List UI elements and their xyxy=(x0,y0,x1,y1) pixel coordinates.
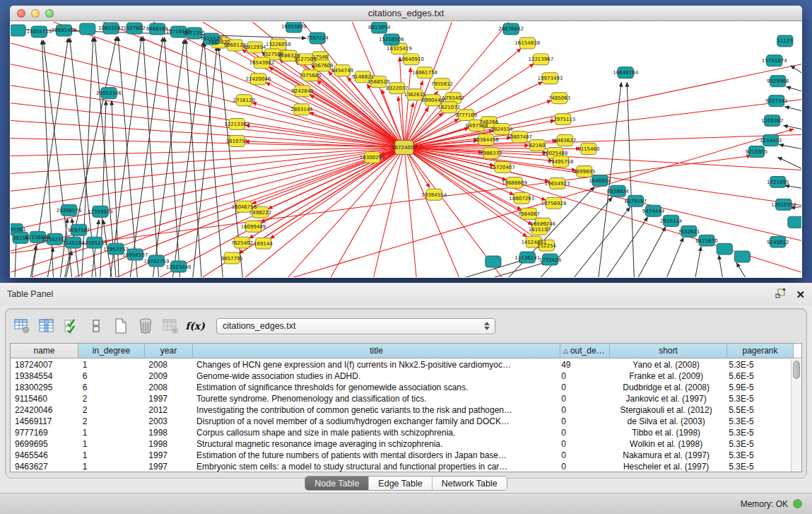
network-select[interactable]: citations_edges.txt xyxy=(216,318,495,334)
table-cell: 0 xyxy=(558,370,608,382)
graph-node-label: 13226058 xyxy=(266,41,291,47)
table-row[interactable]: 977716911998Corpus callosum shape and si… xyxy=(11,427,791,438)
select-rows-icon[interactable] xyxy=(62,317,81,335)
graph-node-label: 16154838 xyxy=(514,40,540,46)
table-cell: 0 xyxy=(558,438,608,450)
table-cell: 0 xyxy=(558,393,608,404)
graph-node-label: 1810755 xyxy=(226,138,248,144)
citation-network-graph[interactable]: 7663822986012889129541322605893275081654… xyxy=(11,22,801,277)
table-cell: 1 xyxy=(78,461,145,472)
graph-node-label: 1733426 xyxy=(539,257,562,263)
citation-edge xyxy=(400,57,404,148)
table-cell: Tourette syndrome. Phenomenology and cla… xyxy=(192,393,558,404)
rows-icon[interactable] xyxy=(87,317,105,335)
select-columns-icon[interactable] xyxy=(37,317,56,335)
column-header-pagerank[interactable]: pagerank xyxy=(727,344,794,358)
graph-node-label: 1527602 xyxy=(124,25,146,32)
function-builder-icon[interactable]: f(x) xyxy=(186,317,204,335)
graph-node-label: 6679197 xyxy=(625,198,647,204)
graph-node-label: 16099489 xyxy=(241,223,266,230)
table-row[interactable]: 1830029562008Estimation of significance … xyxy=(11,382,791,393)
graph-node-label: 9227341 xyxy=(765,98,787,104)
column-header-out_de[interactable]: △out_de… xyxy=(560,344,610,358)
table-row[interactable]: 946362711997Embryonic stem cells: a mode… xyxy=(11,461,791,472)
table-cell: 2008 xyxy=(144,359,192,370)
table-cell: 1997 xyxy=(144,450,192,461)
close-icon[interactable]: ✕ xyxy=(796,289,805,300)
table-cell: 2003 xyxy=(144,416,192,427)
table-row[interactable]: 946554611997Estimation of the future num… xyxy=(11,450,791,461)
delete-icon[interactable] xyxy=(136,317,155,335)
graph-node[interactable] xyxy=(80,23,95,35)
graph-node-label: 9097587 xyxy=(68,227,90,233)
table-row[interactable]: 969969511998Structural magnetic resonanc… xyxy=(11,438,791,450)
graph-node-label: 7986372 xyxy=(480,150,502,156)
graph-node-label: 15751874 xyxy=(762,57,787,64)
memory-status[interactable]: Memory: OK xyxy=(741,499,802,509)
graph-node-label: 16958107 xyxy=(122,252,148,258)
graph-node-label: 7632621 xyxy=(678,228,700,235)
graph-node[interactable] xyxy=(717,243,732,255)
graph-node-label: 9777169 xyxy=(455,112,477,118)
float-window-icon[interactable] xyxy=(775,288,786,302)
table-cell: 5.9E-5 xyxy=(724,382,791,393)
table-cell: 18300295 xyxy=(11,382,78,393)
new-document-icon[interactable] xyxy=(112,317,130,335)
citation-edge xyxy=(575,207,630,277)
citation-edge xyxy=(404,148,416,277)
table-row[interactable]: 1872400712008Changes of HCN gene express… xyxy=(11,359,791,370)
citation-edge xyxy=(787,87,801,91)
scrollbar-thumb[interactable] xyxy=(793,361,800,379)
table-vertical-scrollbar[interactable] xyxy=(791,359,801,472)
tab-network-table[interactable]: Network Table xyxy=(432,477,507,490)
tab-edge-table[interactable]: Edge Table xyxy=(368,477,431,490)
graph-node-label: 20206576 xyxy=(57,207,82,214)
column-header-in_degree[interactable]: in_degree xyxy=(78,344,145,358)
graph-node-label: 18807293 xyxy=(509,195,534,201)
citation-edge xyxy=(638,227,665,277)
tab-node-table[interactable]: Node Table xyxy=(305,477,368,490)
table-cell: 5.3E-5 xyxy=(724,416,791,427)
graph-node-label: 9215955 xyxy=(746,148,767,155)
graph-node-label: 11123 xyxy=(777,37,793,44)
select-arrows-icon xyxy=(484,322,490,330)
memory-label: Memory: OK xyxy=(741,499,788,509)
table-cell: 19384554 xyxy=(11,370,78,382)
graph-node-label: 1209387 xyxy=(761,117,783,124)
citation-edge xyxy=(310,95,404,148)
table-row[interactable]: 1456911722003Disruption of a novel membe… xyxy=(11,416,791,427)
table-cell: 5.3E-5 xyxy=(724,427,791,438)
graph-node-label: 10973493 xyxy=(538,75,563,81)
graph-node-label: 1640954 xyxy=(589,177,611,184)
table-row[interactable]: 1938455462009Genome-wide association stu… xyxy=(11,370,791,382)
graph-node-label: 10688609 xyxy=(502,180,527,186)
column-header-name[interactable]: name xyxy=(11,344,78,358)
table-row[interactable]: 2242004622012Investigating the contribut… xyxy=(11,404,791,416)
column-header-title[interactable]: title xyxy=(193,344,560,358)
graph-node-label: 7984067 xyxy=(518,211,540,217)
network-window-titlebar[interactable]: citations_edges.txt xyxy=(10,6,802,21)
graph-node-label: 2367608 xyxy=(311,62,333,69)
graph-node[interactable] xyxy=(788,216,801,228)
table-cell: Jankovic et al. (1997) xyxy=(608,393,724,404)
column-header-short[interactable]: short xyxy=(610,344,727,358)
network-canvas[interactable]: 7663822986012889129541322605893275081654… xyxy=(11,22,801,277)
graph-node-label: 12213967 xyxy=(528,56,553,62)
graph-node[interactable] xyxy=(734,251,750,262)
graph-node[interactable] xyxy=(11,25,25,36)
graph-node-label: 252254 xyxy=(537,243,556,249)
table-cell: 2 xyxy=(78,393,145,404)
graph-node[interactable] xyxy=(486,256,501,267)
graph-node-label: 16053809 xyxy=(281,24,307,30)
column-header-year[interactable]: year xyxy=(145,344,193,358)
citation-edge xyxy=(607,217,647,277)
network-window: citations_edges.txt 76638229860128891295… xyxy=(10,6,802,278)
table-settings-icon[interactable] xyxy=(13,317,31,335)
graph-node-label: 8813054 xyxy=(368,25,391,31)
graph-node-label: 16648784 xyxy=(613,69,638,76)
table-row[interactable]: 911546021997Tourette syndrome. Phenomeno… xyxy=(11,393,791,404)
table-cell: Genome-wide association studies in ADHD. xyxy=(192,370,558,382)
graph-node-label: 15720407 xyxy=(490,164,515,170)
table-cell: 2008 xyxy=(144,382,192,393)
table-cell: Estimation of significance thresholds fo… xyxy=(192,382,558,393)
